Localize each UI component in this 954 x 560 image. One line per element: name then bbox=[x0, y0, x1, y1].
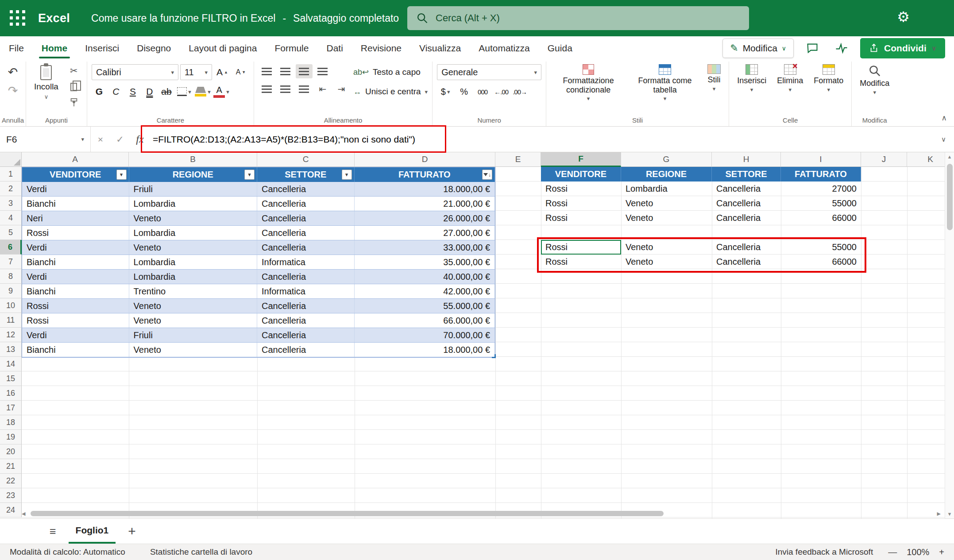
cell[interactable]: Cancelleria bbox=[257, 313, 355, 328]
format-painter-button[interactable] bbox=[66, 96, 82, 109]
row-header[interactable]: 19 bbox=[0, 430, 22, 444]
zoom-in-button[interactable]: + bbox=[939, 547, 944, 557]
cell[interactable]: Informatica bbox=[257, 284, 355, 298]
cell[interactable]: Veneto bbox=[621, 240, 712, 254]
format-as-table-button[interactable]: Formatta come tabella ▾ bbox=[630, 64, 700, 102]
scroll-up-arrow[interactable]: ▲ bbox=[947, 154, 952, 159]
row-header[interactable]: 2 bbox=[0, 182, 22, 196]
name-box[interactable]: F6 ▾ bbox=[0, 127, 91, 152]
expand-formula-bar-button[interactable]: ∨ bbox=[941, 135, 954, 143]
row-header[interactable]: 10 bbox=[0, 298, 22, 313]
header-settore[interactable]: SETTORE bbox=[712, 167, 781, 182]
paste-button[interactable]: Incolla ∨ bbox=[31, 64, 62, 101]
scroll-left-arrow[interactable]: ◀ bbox=[22, 511, 25, 517]
tab-file[interactable]: File bbox=[0, 36, 33, 60]
column-header-f-selected[interactable]: F bbox=[541, 152, 621, 167]
merge-center-button[interactable]: ↔ Unisci e centra ▾ bbox=[353, 84, 428, 100]
cell[interactable]: Verdi bbox=[22, 328, 129, 342]
cell[interactable]: Lombardia bbox=[129, 226, 257, 240]
row-header[interactable]: 9 bbox=[0, 284, 22, 298]
horizontal-scroll-thumb[interactable] bbox=[31, 511, 664, 516]
editing-button[interactable]: Modifica ▾ bbox=[856, 64, 893, 96]
share-button[interactable]: Condividi ∨ bbox=[860, 38, 945, 58]
filter-button[interactable]: ▾ bbox=[116, 170, 127, 180]
row-header[interactable]: 23 bbox=[0, 488, 22, 503]
conditional-formatting-button[interactable]: Formattazione condizionale ▾ bbox=[551, 64, 626, 102]
feedback-link[interactable]: Invia feedback a Microsoft bbox=[775, 547, 873, 557]
cell[interactable]: 18.000,00 € bbox=[355, 343, 495, 357]
copy-button[interactable] bbox=[66, 80, 82, 93]
increase-decimal-button[interactable]: ←.00 bbox=[493, 84, 510, 100]
row-header[interactable]: 7 bbox=[0, 255, 22, 269]
cell[interactable]: Rossi bbox=[22, 226, 129, 240]
cell[interactable]: Bianchi bbox=[22, 197, 129, 211]
cell[interactable]: Verdi bbox=[22, 182, 129, 196]
decrease-decimal-button[interactable]: .00→ bbox=[511, 84, 528, 100]
cell[interactable]: 27.000,00 € bbox=[355, 226, 495, 240]
cell[interactable]: Rossi bbox=[541, 196, 621, 210]
column-header-c[interactable]: C bbox=[257, 152, 355, 167]
strikethrough-button[interactable]: ab bbox=[159, 84, 174, 100]
cell[interactable]: 70.000,00 € bbox=[355, 328, 495, 342]
cell[interactable]: Cancelleria bbox=[257, 182, 355, 196]
row-header[interactable]: 5 bbox=[0, 225, 22, 240]
comma-format-button[interactable]: 000 bbox=[474, 84, 491, 100]
cell[interactable]: Cancelleria bbox=[712, 182, 781, 196]
cell[interactable]: 42.000,00 € bbox=[355, 284, 495, 298]
add-sheet-button[interactable]: + bbox=[128, 525, 136, 538]
borders-button[interactable]: ▾ bbox=[176, 84, 193, 100]
cell[interactable]: Rossi bbox=[541, 211, 621, 225]
column-header-d[interactable]: D bbox=[355, 152, 495, 167]
header-settore[interactable]: SETTORE ▾ bbox=[257, 167, 355, 182]
cell[interactable]: Lombardia bbox=[129, 197, 257, 211]
cell[interactable]: 27000 bbox=[781, 182, 861, 196]
cell-styles-button[interactable]: Stili ▾ bbox=[704, 64, 724, 93]
cell[interactable]: Veneto bbox=[621, 255, 712, 269]
row-header[interactable]: 20 bbox=[0, 444, 22, 459]
cell[interactable]: Cancelleria bbox=[257, 270, 355, 284]
row-header[interactable]: 12 bbox=[0, 328, 22, 342]
cell[interactable]: 18.000,00 € bbox=[355, 182, 495, 196]
comments-button[interactable] bbox=[802, 39, 823, 58]
column-header-i[interactable]: I bbox=[781, 152, 861, 167]
cell[interactable]: 26.000,00 € bbox=[355, 211, 495, 225]
decrease-indent-button[interactable]: ⇤ bbox=[314, 82, 331, 96]
cut-button[interactable]: ✂ bbox=[66, 64, 82, 77]
select-all-corner[interactable] bbox=[0, 152, 22, 167]
collapse-ribbon-button[interactable]: ∧ bbox=[942, 113, 947, 123]
cell[interactable]: Veneto bbox=[621, 211, 712, 225]
cell[interactable]: Neri bbox=[22, 211, 129, 225]
cell[interactable]: Cancelleria bbox=[257, 328, 355, 342]
increase-indent-button[interactable]: ⇥ bbox=[333, 82, 350, 96]
filter-button[interactable]: ▾ bbox=[342, 170, 352, 180]
cell-f6[interactable]: Rossi bbox=[541, 240, 621, 254]
cell[interactable]: 55.000,00 € bbox=[355, 299, 495, 313]
cell[interactable]: Veneto bbox=[129, 240, 257, 255]
orientation-button[interactable] bbox=[314, 64, 331, 78]
cell[interactable]: Cancelleria bbox=[257, 211, 355, 225]
cell[interactable]: Rossi bbox=[541, 182, 621, 196]
header-venditore[interactable]: VENDITORE bbox=[541, 167, 621, 182]
filter-sort-button[interactable]: ↓ bbox=[482, 170, 492, 180]
align-center-button[interactable] bbox=[277, 82, 294, 96]
confirm-entry-button[interactable]: ✓ bbox=[110, 127, 130, 152]
grow-font-button[interactable]: A▲ bbox=[214, 64, 231, 80]
column-header-g[interactable]: G bbox=[621, 152, 712, 167]
row-header-6-selected[interactable]: 6 bbox=[0, 240, 22, 255]
font-size-select[interactable]: 11 ▾ bbox=[180, 64, 212, 80]
row-header[interactable]: 16 bbox=[0, 386, 22, 401]
row-header[interactable]: 17 bbox=[0, 401, 22, 415]
cell[interactable]: 55000 bbox=[781, 240, 861, 254]
cell[interactable]: Cancelleria bbox=[712, 196, 781, 210]
cell[interactable]: Cancelleria bbox=[257, 226, 355, 240]
tab-automatizza[interactable]: Automatizza bbox=[470, 36, 539, 60]
underline-button[interactable]: S bbox=[125, 84, 140, 100]
header-regione[interactable]: REGIONE bbox=[621, 167, 712, 182]
cell[interactable]: 66000 bbox=[781, 255, 861, 269]
cell[interactable]: Verdi bbox=[22, 240, 129, 255]
search-box[interactable] bbox=[407, 6, 749, 30]
row-header[interactable]: 21 bbox=[0, 459, 22, 474]
align-bottom-button[interactable] bbox=[296, 64, 313, 78]
align-middle-button[interactable] bbox=[277, 64, 294, 78]
cell[interactable]: Cancelleria bbox=[712, 211, 781, 225]
